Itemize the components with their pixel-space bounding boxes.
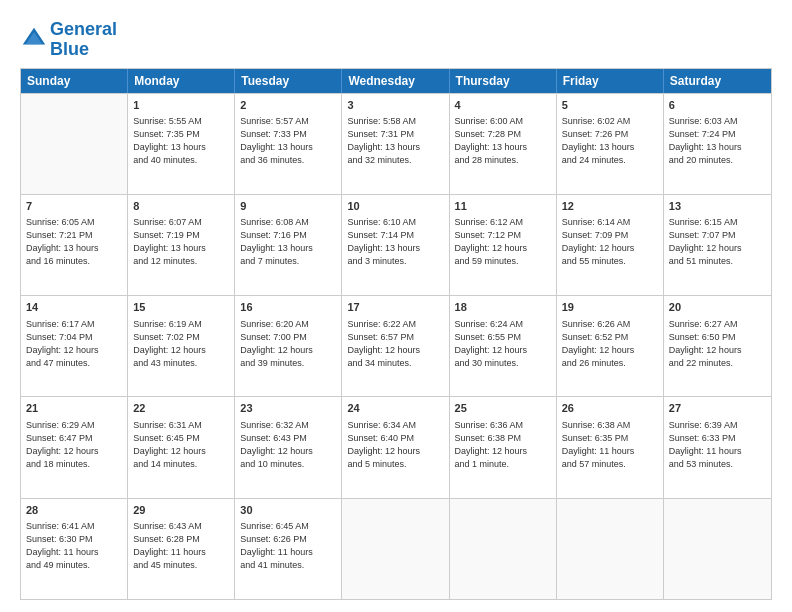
day-number: 24 — [347, 401, 443, 416]
calendar-row-1: 1Sunrise: 5:55 AM Sunset: 7:35 PM Daylig… — [21, 93, 771, 194]
logo-text: General Blue — [50, 20, 117, 60]
calendar-row-5: 28Sunrise: 6:41 AM Sunset: 6:30 PM Dayli… — [21, 498, 771, 599]
day-number: 17 — [347, 300, 443, 315]
calendar-cell: 28Sunrise: 6:41 AM Sunset: 6:30 PM Dayli… — [21, 499, 128, 599]
calendar-cell — [450, 499, 557, 599]
cell-details: Sunrise: 6:24 AM Sunset: 6:55 PM Dayligh… — [455, 318, 551, 370]
day-number: 4 — [455, 98, 551, 113]
cell-details: Sunrise: 6:32 AM Sunset: 6:43 PM Dayligh… — [240, 419, 336, 471]
cell-details: Sunrise: 6:31 AM Sunset: 6:45 PM Dayligh… — [133, 419, 229, 471]
logo-icon — [20, 25, 48, 53]
calendar-cell: 26Sunrise: 6:38 AM Sunset: 6:35 PM Dayli… — [557, 397, 664, 497]
day-number: 23 — [240, 401, 336, 416]
cell-details: Sunrise: 6:22 AM Sunset: 6:57 PM Dayligh… — [347, 318, 443, 370]
calendar-cell: 15Sunrise: 6:19 AM Sunset: 7:02 PM Dayli… — [128, 296, 235, 396]
day-number: 11 — [455, 199, 551, 214]
calendar-cell — [21, 94, 128, 194]
header-cell-saturday: Saturday — [664, 69, 771, 93]
calendar-cell: 19Sunrise: 6:26 AM Sunset: 6:52 PM Dayli… — [557, 296, 664, 396]
day-number: 9 — [240, 199, 336, 214]
calendar-cell: 14Sunrise: 6:17 AM Sunset: 7:04 PM Dayli… — [21, 296, 128, 396]
calendar-cell: 3Sunrise: 5:58 AM Sunset: 7:31 PM Daylig… — [342, 94, 449, 194]
day-number: 20 — [669, 300, 766, 315]
cell-details: Sunrise: 6:14 AM Sunset: 7:09 PM Dayligh… — [562, 216, 658, 268]
calendar-cell: 22Sunrise: 6:31 AM Sunset: 6:45 PM Dayli… — [128, 397, 235, 497]
header-cell-thursday: Thursday — [450, 69, 557, 93]
calendar-row-4: 21Sunrise: 6:29 AM Sunset: 6:47 PM Dayli… — [21, 396, 771, 497]
calendar-cell: 8Sunrise: 6:07 AM Sunset: 7:19 PM Daylig… — [128, 195, 235, 295]
calendar-body: 1Sunrise: 5:55 AM Sunset: 7:35 PM Daylig… — [21, 93, 771, 599]
day-number: 22 — [133, 401, 229, 416]
cell-details: Sunrise: 6:15 AM Sunset: 7:07 PM Dayligh… — [669, 216, 766, 268]
day-number: 5 — [562, 98, 658, 113]
calendar-cell: 1Sunrise: 5:55 AM Sunset: 7:35 PM Daylig… — [128, 94, 235, 194]
cell-details: Sunrise: 6:27 AM Sunset: 6:50 PM Dayligh… — [669, 318, 766, 370]
day-number: 30 — [240, 503, 336, 518]
calendar-cell — [342, 499, 449, 599]
day-number: 6 — [669, 98, 766, 113]
cell-details: Sunrise: 6:36 AM Sunset: 6:38 PM Dayligh… — [455, 419, 551, 471]
day-number: 29 — [133, 503, 229, 518]
cell-details: Sunrise: 5:57 AM Sunset: 7:33 PM Dayligh… — [240, 115, 336, 167]
day-number: 25 — [455, 401, 551, 416]
calendar-cell — [557, 499, 664, 599]
day-number: 28 — [26, 503, 122, 518]
day-number: 15 — [133, 300, 229, 315]
header-cell-monday: Monday — [128, 69, 235, 93]
calendar-cell: 18Sunrise: 6:24 AM Sunset: 6:55 PM Dayli… — [450, 296, 557, 396]
day-number: 19 — [562, 300, 658, 315]
logo: General Blue — [20, 20, 117, 60]
cell-details: Sunrise: 6:03 AM Sunset: 7:24 PM Dayligh… — [669, 115, 766, 167]
day-number: 18 — [455, 300, 551, 315]
header-cell-wednesday: Wednesday — [342, 69, 449, 93]
page: General Blue SundayMondayTuesdayWednesda… — [0, 0, 792, 612]
day-number: 8 — [133, 199, 229, 214]
header: General Blue — [20, 16, 772, 60]
calendar-cell: 11Sunrise: 6:12 AM Sunset: 7:12 PM Dayli… — [450, 195, 557, 295]
calendar-cell: 13Sunrise: 6:15 AM Sunset: 7:07 PM Dayli… — [664, 195, 771, 295]
cell-details: Sunrise: 6:43 AM Sunset: 6:28 PM Dayligh… — [133, 520, 229, 572]
calendar-cell: 12Sunrise: 6:14 AM Sunset: 7:09 PM Dayli… — [557, 195, 664, 295]
header-cell-tuesday: Tuesday — [235, 69, 342, 93]
calendar-cell: 9Sunrise: 6:08 AM Sunset: 7:16 PM Daylig… — [235, 195, 342, 295]
cell-details: Sunrise: 6:05 AM Sunset: 7:21 PM Dayligh… — [26, 216, 122, 268]
calendar: SundayMondayTuesdayWednesdayThursdayFrid… — [20, 68, 772, 600]
day-number: 14 — [26, 300, 122, 315]
cell-details: Sunrise: 6:17 AM Sunset: 7:04 PM Dayligh… — [26, 318, 122, 370]
cell-details: Sunrise: 6:38 AM Sunset: 6:35 PM Dayligh… — [562, 419, 658, 471]
cell-details: Sunrise: 6:10 AM Sunset: 7:14 PM Dayligh… — [347, 216, 443, 268]
cell-details: Sunrise: 6:07 AM Sunset: 7:19 PM Dayligh… — [133, 216, 229, 268]
day-number: 7 — [26, 199, 122, 214]
cell-details: Sunrise: 6:34 AM Sunset: 6:40 PM Dayligh… — [347, 419, 443, 471]
calendar-cell: 16Sunrise: 6:20 AM Sunset: 7:00 PM Dayli… — [235, 296, 342, 396]
calendar-cell: 10Sunrise: 6:10 AM Sunset: 7:14 PM Dayli… — [342, 195, 449, 295]
calendar-cell: 27Sunrise: 6:39 AM Sunset: 6:33 PM Dayli… — [664, 397, 771, 497]
cell-details: Sunrise: 6:19 AM Sunset: 7:02 PM Dayligh… — [133, 318, 229, 370]
day-number: 12 — [562, 199, 658, 214]
header-cell-friday: Friday — [557, 69, 664, 93]
calendar-cell: 2Sunrise: 5:57 AM Sunset: 7:33 PM Daylig… — [235, 94, 342, 194]
calendar-cell: 4Sunrise: 6:00 AM Sunset: 7:28 PM Daylig… — [450, 94, 557, 194]
cell-details: Sunrise: 6:26 AM Sunset: 6:52 PM Dayligh… — [562, 318, 658, 370]
calendar-cell — [664, 499, 771, 599]
cell-details: Sunrise: 5:55 AM Sunset: 7:35 PM Dayligh… — [133, 115, 229, 167]
cell-details: Sunrise: 6:41 AM Sunset: 6:30 PM Dayligh… — [26, 520, 122, 572]
cell-details: Sunrise: 6:39 AM Sunset: 6:33 PM Dayligh… — [669, 419, 766, 471]
day-number: 21 — [26, 401, 122, 416]
calendar-header: SundayMondayTuesdayWednesdayThursdayFrid… — [21, 69, 771, 93]
header-cell-sunday: Sunday — [21, 69, 128, 93]
calendar-row-3: 14Sunrise: 6:17 AM Sunset: 7:04 PM Dayli… — [21, 295, 771, 396]
day-number: 1 — [133, 98, 229, 113]
cell-details: Sunrise: 6:00 AM Sunset: 7:28 PM Dayligh… — [455, 115, 551, 167]
calendar-cell: 6Sunrise: 6:03 AM Sunset: 7:24 PM Daylig… — [664, 94, 771, 194]
calendar-cell: 17Sunrise: 6:22 AM Sunset: 6:57 PM Dayli… — [342, 296, 449, 396]
day-number: 16 — [240, 300, 336, 315]
day-number: 26 — [562, 401, 658, 416]
calendar-cell: 25Sunrise: 6:36 AM Sunset: 6:38 PM Dayli… — [450, 397, 557, 497]
cell-details: Sunrise: 6:02 AM Sunset: 7:26 PM Dayligh… — [562, 115, 658, 167]
cell-details: Sunrise: 6:08 AM Sunset: 7:16 PM Dayligh… — [240, 216, 336, 268]
cell-details: Sunrise: 5:58 AM Sunset: 7:31 PM Dayligh… — [347, 115, 443, 167]
day-number: 13 — [669, 199, 766, 214]
calendar-cell: 30Sunrise: 6:45 AM Sunset: 6:26 PM Dayli… — [235, 499, 342, 599]
cell-details: Sunrise: 6:45 AM Sunset: 6:26 PM Dayligh… — [240, 520, 336, 572]
